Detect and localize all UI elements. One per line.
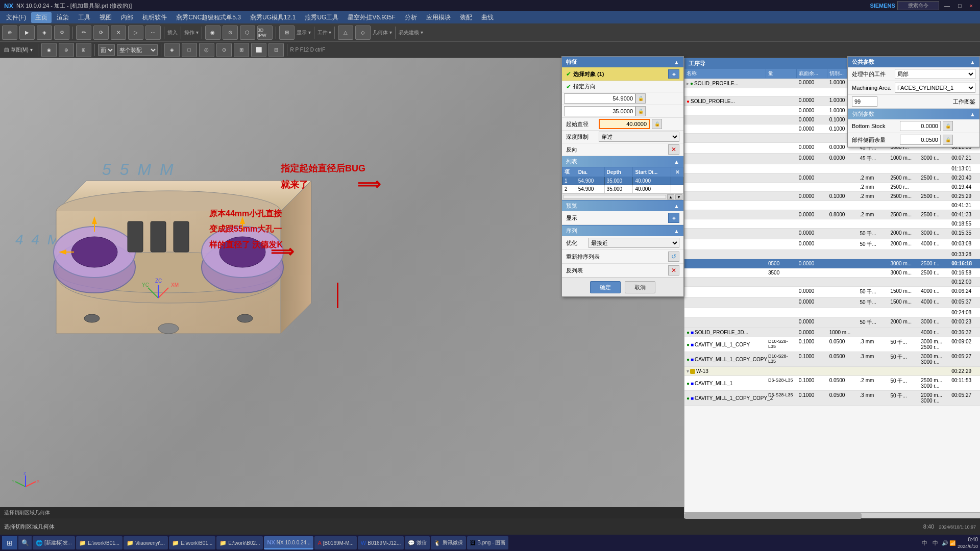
op-cavity-mill-row-1[interactable]: ●■ CAVITY_MILL_1_COPY D10-S28-L35 0.1000… <box>684 337 980 352</box>
reverse-btn[interactable]: ✕ <box>668 144 679 155</box>
taskbar-explorer1[interactable]: 📁 E:\work\B01... <box>76 536 122 549</box>
sequence-section-header[interactable]: 序列 ▲ <box>562 225 683 236</box>
view-btn7[interactable]: ⊟ <box>268 43 284 57</box>
view-btn6[interactable]: ⬜ <box>251 43 266 57</box>
menu-render[interactable]: 渲染 <box>53 12 73 23</box>
tool-create-path[interactable]: ▶ <box>19 26 35 40</box>
tool-path1[interactable]: ◉ <box>205 26 220 40</box>
bottom-stock-btn[interactable]: 🔒 <box>943 121 953 131</box>
view-btn3[interactable]: ◎ <box>199 43 214 57</box>
cutting-params-header[interactable]: 切削参数 ▲ <box>848 109 979 119</box>
menu-yanxiu-ug-mold[interactable]: 燕秀UG模具12.1 <box>246 12 300 23</box>
menu-assembly[interactable]: 装配 <box>456 12 476 23</box>
tool-more[interactable]: ⋯ <box>145 26 161 40</box>
start-diameter-btn[interactable]: 🔒 <box>652 119 662 129</box>
tool-geo1[interactable]: △ <box>338 26 353 40</box>
taskbar-nx[interactable]: NX NX 10.0.0.24... <box>264 536 313 549</box>
reverse-list-btn[interactable]: ✕ <box>668 265 679 276</box>
menu-internal[interactable]: 内部 <box>117 12 137 23</box>
tool-analysis[interactable]: ⊞ <box>279 26 295 40</box>
tool-simulate[interactable]: ▷ <box>128 26 143 40</box>
th-del[interactable]: ✕ <box>671 167 683 177</box>
op-cavity-mill-row-2[interactable]: ●■ CAVITY_MILL_1_COPY_COPY D10-S28-L35 0… <box>684 352 980 367</box>
op-cavity-mill-row-3[interactable]: ●■ CAVITY_MILL_1 D6-S28-L35 0.1000 0.050… <box>684 376 980 391</box>
start-diameter-input[interactable] <box>599 119 650 129</box>
ime-zh[interactable]: 中 <box>920 539 929 547</box>
start-btn[interactable]: ⊞ <box>2 536 17 549</box>
snap-btn3[interactable]: ⊞ <box>76 43 91 57</box>
machining-area-select[interactable]: FACES_CYLINDER_1 <box>895 83 975 93</box>
op-scrollbar[interactable] <box>684 512 980 518</box>
taskbar-explorer4[interactable]: 📁 E:\work\B02... <box>216 536 263 549</box>
view-btn2[interactable]: □ <box>182 43 197 57</box>
view-select[interactable]: 面 <box>98 44 115 56</box>
view-btn5[interactable]: ⊞ <box>234 43 249 57</box>
tool-path3[interactable]: ⬡ <box>240 26 255 40</box>
cancel-button[interactable]: 取消 <box>625 281 655 293</box>
display-btn[interactable]: ◈ <box>668 213 679 223</box>
part-side-stock-input[interactable] <box>900 135 941 145</box>
list-section-header[interactable]: 列表 ▲ <box>562 156 683 167</box>
menu-yanxiu-cnc[interactable]: 燕秀CNC超级程式单5.3 <box>172 12 245 23</box>
view-btn1[interactable]: ◈ <box>164 43 180 57</box>
op-solid-profile-row[interactable]: ●■ SOLID_PROFILE_3D... 0.0000 1000 m... … <box>684 328 980 337</box>
menu-file[interactable]: 文件(F) <box>2 12 30 23</box>
depth-limit-select[interactable]: 穿过 <box>599 132 679 142</box>
op-selected-row[interactable]: 0500 0.0000 3000 m... 2500 r...00:16:18 <box>684 259 980 268</box>
value2-input[interactable] <box>564 106 635 116</box>
taskbar-autocad[interactable]: A [B0169M-M... <box>314 536 356 549</box>
menu-tools[interactable]: 工具 <box>74 12 94 23</box>
reorder-btn[interactable]: ↺ <box>668 252 679 262</box>
op-w13-group[interactable]: ▾ W-13 00:22:29 <box>684 367 980 376</box>
tool-edit[interactable]: ✏ <box>76 26 91 40</box>
row2-del[interactable] <box>671 185 683 193</box>
processing-tool-select[interactable]: 局部 <box>895 69 975 79</box>
menu-curve[interactable]: 曲线 <box>477 12 498 23</box>
menu-view[interactable]: 视图 <box>95 12 116 23</box>
taskbar-explorer3[interactable]: 📁 E:\work\B01... <box>169 536 215 549</box>
menu-yanxiu-ug-tools[interactable]: 燕秀UG工具 <box>301 12 342 23</box>
taskbar-chrome[interactable]: 🌐 [新建标]发... <box>33 536 75 549</box>
taskbar-wechat[interactable]: 💬 微信 <box>405 536 430 549</box>
confirm-button[interactable]: 确定 <box>590 281 621 293</box>
public-params-collapse-btn[interactable]: ▲ <box>970 59 975 65</box>
value2-lock-btn[interactable]: 🔒 <box>635 106 646 116</box>
op-cavity-mill-row-4[interactable]: ●■ CAVITY_MILL_1_COPY_COPY_2 D6-S28-L35 … <box>684 391 980 406</box>
scroll-down-btn[interactable]: ▼ <box>675 194 682 199</box>
maximize-btn[interactable]: □ <box>955 3 965 9</box>
tool-gen-tool[interactable]: ⟳ <box>93 26 109 40</box>
num-input[interactable] <box>852 96 877 107</box>
taskbar-word[interactable]: W B0169M-J12... <box>358 536 404 549</box>
menu-home[interactable]: 主页 <box>31 12 52 23</box>
feature-row-1[interactable]: 1 54.900 35.000 40.000 <box>562 177 683 185</box>
select-object-row[interactable]: ✔ 选择对象 (1) ◈ <box>562 67 683 81</box>
minimize-btn[interactable]: — <box>941 3 953 9</box>
select-object-btn[interactable]: ◈ <box>668 69 679 79</box>
tool-remove[interactable]: ✕ <box>111 26 126 40</box>
value1-input[interactable] <box>564 93 635 104</box>
search-btn[interactable]: 🔍 <box>18 536 32 549</box>
view-btn4[interactable]: ⊙ <box>216 43 232 57</box>
search-bar[interactable]: 搜索命令 <box>897 1 939 10</box>
tool-geo2[interactable]: ◇ <box>355 26 371 40</box>
menu-machine-software[interactable]: 机明软件 <box>138 12 171 23</box>
feature-row-2[interactable]: 2 54.900 35.000 40.000 <box>562 185 683 193</box>
taskbar-tencent[interactable]: 🐧 腾讯微保 <box>431 536 466 549</box>
snap-btn1[interactable]: ◉ <box>41 43 57 57</box>
tool-insert[interactable]: ⊕ <box>2 26 17 40</box>
close-btn[interactable]: × <box>967 3 976 9</box>
scroll-up-btn[interactable]: ▲ <box>667 194 674 199</box>
preview-section-header[interactable]: 预览 ▲ <box>562 200 683 211</box>
tool-path2[interactable]: ⊙ <box>223 26 238 40</box>
feature-collapse-btn[interactable]: ▲ <box>674 59 679 65</box>
tool-create-work[interactable]: ⚙ <box>54 26 69 40</box>
row1-del[interactable] <box>671 177 683 185</box>
snap-btn2[interactable]: ⊕ <box>59 43 74 57</box>
tool-create-geo[interactable]: ◈ <box>37 26 52 40</box>
table-scrollbar[interactable]: ▲ ▼ <box>562 194 683 200</box>
menu-analysis[interactable]: 分析 <box>401 12 421 23</box>
taskbar-paint[interactable]: 🖼 B.png - 图画 <box>467 536 508 549</box>
menu-star-plugin[interactable]: 星空外挂V6.935F <box>344 12 399 23</box>
value1-lock-btn[interactable]: 🔒 <box>635 93 646 104</box>
ime-en[interactable]: 中 <box>931 539 940 547</box>
